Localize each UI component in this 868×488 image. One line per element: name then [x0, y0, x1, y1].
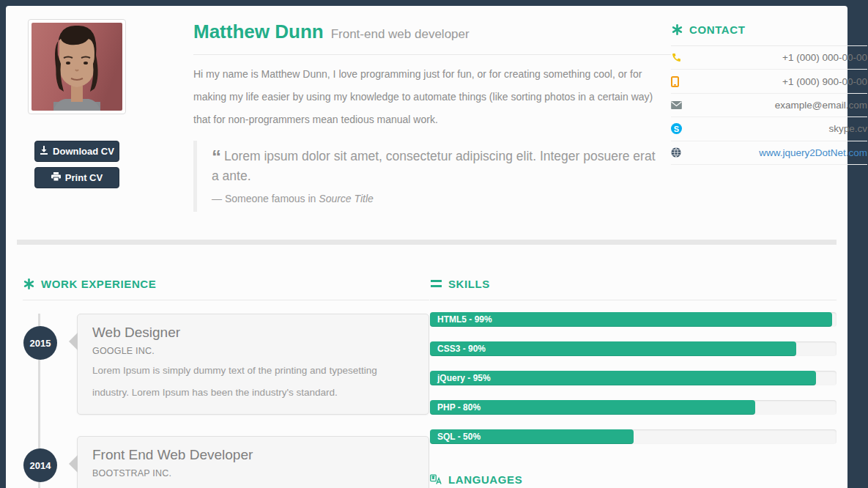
- cv-page: Download CV Print CV Matthew Dunn Front-…: [6, 6, 847, 488]
- profile-details: Matthew Dunn Front-end web developer Hi …: [193, 19, 671, 212]
- contact-row-phone: +1 (000) 000-00-00: [671, 46, 867, 70]
- quote-block: “Lorem ipsum dolor sit amet, consectetur…: [193, 141, 671, 212]
- timeline: 2015 Web Designer GOOGLE INC. Lorem Ipsu…: [23, 314, 429, 488]
- work-experience-header: WORK EXPERIENCE: [23, 278, 429, 290]
- skill-bar-jquery: jQuery - 95%: [430, 371, 816, 385]
- skill-bar-php: PHP - 80%: [430, 400, 755, 415]
- skill-bar-css3: CSS3 - 90%: [430, 341, 796, 356]
- work-entry: 2015 Web Designer GOOGLE INC. Lorem Ipsu…: [23, 314, 429, 415]
- download-cv-label: Download CV: [53, 146, 114, 157]
- cv-actions: Download CV Print CV: [34, 141, 171, 188]
- contact-title: CONTACT: [689, 23, 745, 36]
- download-cv-button[interactable]: Download CV: [34, 141, 119, 162]
- skill-bars: HTML5 - 99% CSS3 - 90% jQuery - 95% PHP …: [430, 312, 837, 444]
- name-divider: [193, 54, 671, 55]
- work-experience-title: WORK EXPERIENCE: [41, 278, 156, 290]
- skill-bar-track: HTML5 - 99%: [430, 312, 837, 327]
- print-cv-label: Print CV: [65, 172, 103, 183]
- menu-bars-icon: [430, 278, 442, 290]
- contact-row-email: example@email.com: [671, 94, 867, 117]
- portrait-illustration: [31, 23, 122, 111]
- job-title: Front End Web Developer: [92, 447, 414, 463]
- languages-header: LANGUAGES: [430, 473, 837, 486]
- year-badge: 2014: [23, 448, 57, 482]
- contact-row-mobile: +1 (000) 900-00-00: [671, 70, 867, 93]
- person-name: Matthew Dunn: [193, 21, 324, 43]
- contact-row-skype: S skype.cv: [671, 117, 867, 141]
- phone-icon: [671, 53, 684, 63]
- quote-source: Source Title: [319, 193, 374, 204]
- quote-left-icon: “: [212, 146, 220, 168]
- profile-section: Download CV Print CV Matthew Dunn Front-…: [17, 19, 842, 212]
- email-value: example@email.com: [775, 100, 867, 111]
- skills-column: SKILLS HTML5 - 99% CSS3 - 90% jQuery - 9…: [430, 273, 837, 488]
- photo-column: Download CV Print CV: [17, 19, 171, 188]
- contact-header: CONTACT: [671, 23, 867, 36]
- skype-value: skype.cv: [828, 123, 867, 134]
- year-badge: 2015: [23, 326, 57, 360]
- skill-bar-sql: SQL - 50%: [430, 429, 634, 444]
- mobile-value: +1 (000) 900-00-00: [782, 76, 867, 87]
- work-experience-divider: [23, 300, 429, 300]
- skill-bar-html5: HTML5 - 99%: [430, 312, 832, 327]
- bio-text: Hi my name is Matthew Dunn, I love progr…: [193, 63, 671, 131]
- skill-bar-track: jQuery - 95%: [430, 371, 837, 385]
- work-entry-card: Web Designer GOOGLE INC. Lorem Ipsum is …: [77, 314, 429, 415]
- profile-photo: [28, 19, 126, 114]
- quote-text: “Lorem ipsum dolor sit amet, consectetur…: [212, 147, 656, 186]
- company-name: BOOTSTRAP INC.: [92, 468, 414, 478]
- skill-bar-track: CSS3 - 90%: [430, 341, 837, 356]
- section-divider-band: [17, 240, 837, 245]
- globe-icon: [671, 147, 684, 158]
- envelope-icon: [671, 101, 684, 109]
- download-icon: [40, 146, 48, 157]
- phone-value: +1 (000) 000-00-00: [782, 52, 867, 63]
- skype-icon: S: [671, 123, 684, 134]
- person-role: Front-end web developer: [331, 27, 470, 42]
- job-title: Web Designer: [92, 325, 414, 341]
- work-entry-card: Front End Web Developer BOOTSTRAP INC. w…: [77, 436, 429, 488]
- asterisk-icon: [671, 24, 683, 36]
- print-cv-button[interactable]: Print CV: [34, 167, 119, 188]
- work-experience-section: WORK EXPERIENCE 2015 Web Designer GOOGLE…: [17, 273, 429, 488]
- languages-section: LANGUAGES English ★★★★★: [430, 473, 837, 488]
- language-icon: [430, 474, 442, 486]
- skill-bar-track: PHP - 80%: [430, 400, 837, 415]
- job-description: when an unknown printer took a galley of…: [92, 482, 414, 488]
- company-name: GOOGLE INC.: [92, 346, 414, 356]
- skills-title: SKILLS: [448, 278, 490, 290]
- contact-section: CONTACT +1 (000) 000-00-00 +1 (000) 900-…: [671, 19, 867, 165]
- skill-bar-track: SQL - 50%: [430, 429, 837, 444]
- website-link[interactable]: www.jquery2DotNet.com: [759, 147, 867, 158]
- languages-title: LANGUAGES: [448, 473, 522, 486]
- quote-attribution: — Someone famous in Source Title: [212, 193, 656, 204]
- print-icon: [51, 172, 61, 183]
- contact-row-website: www.jquery2DotNet.com: [671, 141, 867, 165]
- job-description: Lorem Ipsum is simply dummy text of the …: [92, 360, 414, 404]
- mobile-icon: [671, 76, 684, 87]
- work-entry: 2014 Front End Web Developer BOOTSTRAP I…: [23, 436, 429, 488]
- contact-list: +1 (000) 000-00-00 +1 (000) 900-00-00 ex…: [671, 46, 867, 165]
- asterisk-icon: [23, 278, 34, 290]
- skills-header: SKILLS: [430, 278, 837, 290]
- skills-divider: [430, 300, 837, 300]
